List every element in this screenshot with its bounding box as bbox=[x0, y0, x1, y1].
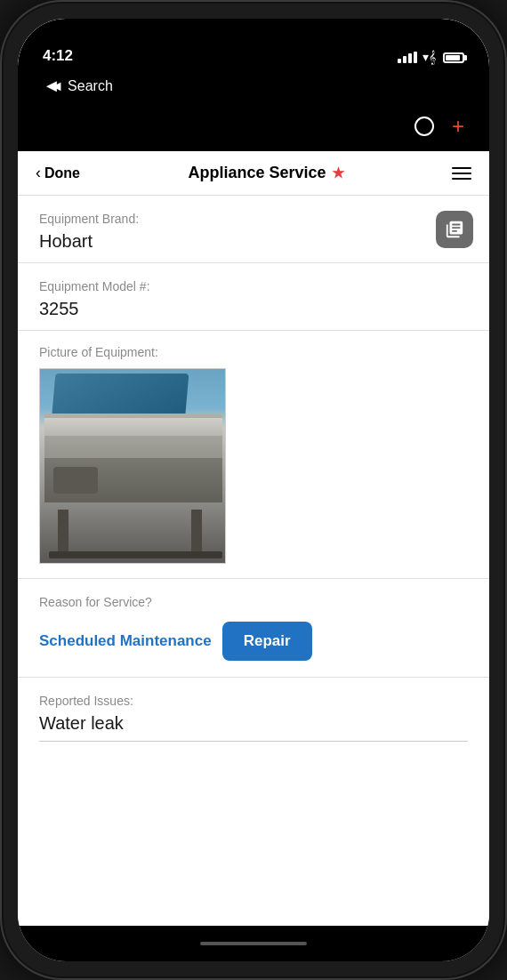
phone-shell: 4:12 ▾𝄞 ◄ ◄ Search bbox=[0, 0, 507, 980]
top-toolbar: + bbox=[18, 107, 489, 151]
back-chevron-icon: ‹ bbox=[36, 164, 41, 182]
reported-issues-value[interactable]: Water leak bbox=[39, 713, 468, 742]
equipment-model-label: Equipment Model #: bbox=[39, 279, 468, 293]
wifi-icon: ▾𝄞 bbox=[422, 50, 436, 65]
page-title: Appliance Service ★ bbox=[188, 164, 343, 182]
reported-issues-label: Reported Issues: bbox=[39, 694, 468, 708]
required-star-icon: ★ bbox=[332, 165, 344, 181]
back-button[interactable]: ‹ Done bbox=[36, 164, 80, 182]
picture-of-equipment-section: Picture of Equipment: bbox=[18, 331, 489, 579]
nav-header: ‹ Done Appliance Service ★ bbox=[18, 151, 489, 196]
form-content: Equipment Brand: Hobart Equipment Model … bbox=[18, 196, 489, 926]
status-bar: 4:12 ▾𝄞 bbox=[18, 19, 489, 72]
equipment-model-field: Equipment Model #: 3255 bbox=[18, 263, 489, 331]
back-label: Done bbox=[44, 165, 80, 181]
record-icon[interactable] bbox=[414, 116, 434, 136]
add-icon[interactable]: + bbox=[452, 114, 464, 139]
equipment-brand-label: Equipment Brand: bbox=[39, 212, 468, 226]
equipment-brand-field: Equipment Brand: Hobart bbox=[18, 196, 489, 263]
equipment-photo[interactable] bbox=[39, 368, 226, 564]
reason-for-service-section: Reason for Service? Scheduled Maintenanc… bbox=[18, 579, 489, 678]
base-rail bbox=[49, 551, 222, 558]
page-title-text: Appliance Service bbox=[188, 164, 326, 182]
book-icon bbox=[445, 220, 464, 239]
table-surface bbox=[44, 418, 222, 436]
status-right: ▾𝄞 bbox=[398, 50, 464, 65]
signal-bars-icon bbox=[398, 52, 417, 63]
lookup-book-button[interactable] bbox=[436, 211, 473, 248]
status-left: 4:12 bbox=[43, 47, 73, 65]
reason-label: Reason for Service? bbox=[39, 595, 468, 609]
equipment-brand-value[interactable]: Hobart bbox=[39, 231, 468, 252]
photo-background bbox=[40, 369, 225, 563]
notch bbox=[173, 19, 334, 49]
back-search-button[interactable]: ◄ ◄ Search bbox=[43, 76, 113, 96]
back-search-label: ◄ Search bbox=[50, 78, 113, 94]
reported-issues-section: Reported Issues: Water leak bbox=[18, 678, 489, 752]
reason-buttons: Scheduled Maintenance Repair bbox=[39, 622, 468, 661]
status-time: 4:12 bbox=[43, 47, 73, 65]
screen: 4:12 ▾𝄞 ◄ ◄ Search bbox=[18, 19, 489, 961]
bottom-bar bbox=[18, 926, 489, 961]
top-search-bar: ◄ ◄ Search bbox=[18, 72, 489, 107]
equipment-model-value[interactable]: 3255 bbox=[39, 299, 468, 319]
menu-button[interactable] bbox=[452, 167, 471, 180]
battery-icon bbox=[443, 52, 464, 63]
picture-label: Picture of Equipment: bbox=[39, 345, 468, 359]
repair-button[interactable]: Repair bbox=[222, 622, 312, 661]
motor-box bbox=[53, 467, 98, 494]
scheduled-maintenance-button[interactable]: Scheduled Maintenance bbox=[39, 632, 212, 650]
home-indicator[interactable] bbox=[200, 942, 307, 945]
